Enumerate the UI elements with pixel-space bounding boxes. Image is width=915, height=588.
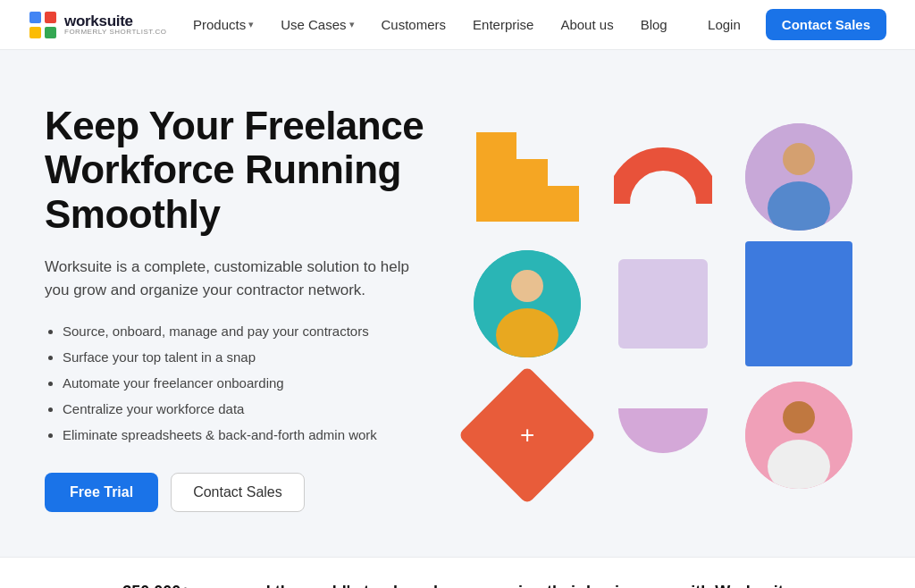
hero-bullets: Source, onboard, manage and pay your con… bbox=[45, 322, 438, 444]
main-nav: Products ▾ Use Cases ▾ Customers Enterpr… bbox=[180, 10, 680, 39]
navbar: worksuite FORMERLY SHORTLIST.CO Products… bbox=[0, 0, 915, 50]
navbar-right: Login Contact Sales bbox=[693, 9, 886, 40]
hero-content: Keep Your Freelance Workforce Running Sm… bbox=[45, 104, 438, 512]
svg-point-8 bbox=[783, 143, 815, 175]
person-avatar-2 bbox=[474, 250, 581, 357]
hero-visuals: + bbox=[465, 119, 870, 498]
bullet-3: Automate your freelancer onboarding bbox=[63, 374, 438, 392]
chevron-down-icon: ▾ bbox=[248, 19, 254, 30]
contact-sales-nav-button[interactable]: Contact Sales bbox=[766, 9, 886, 40]
hero-ctas: Free Trial Contact Sales bbox=[45, 473, 438, 512]
svg-rect-3 bbox=[45, 27, 56, 38]
svg-rect-13 bbox=[618, 259, 708, 349]
shape-blue-rectangle bbox=[745, 241, 852, 366]
nav-item-customers[interactable]: Customers bbox=[369, 10, 459, 39]
hero-section: Keep Your Freelance Workforce Running Sm… bbox=[0, 50, 915, 557]
svg-rect-0 bbox=[29, 12, 41, 23]
shape-diamond-cell: + bbox=[465, 373, 590, 498]
nav-item-use-cases[interactable]: Use Cases ▾ bbox=[268, 10, 366, 39]
bullet-5: Eliminate spreadsheets & back-and-forth … bbox=[63, 425, 438, 444]
person-avatar-1 bbox=[745, 123, 852, 231]
hero-description: Worksuite is a complete, customizable so… bbox=[45, 256, 438, 303]
shape-half-circle-cell bbox=[600, 246, 726, 362]
bottom-band: 350,000+ users and the world's top brand… bbox=[0, 557, 915, 588]
person-circle-2-cell bbox=[465, 246, 590, 362]
brand-formerly: FORMERLY SHORTLIST.CO bbox=[64, 29, 167, 36]
person-circle-1-cell bbox=[736, 119, 861, 235]
svg-point-11 bbox=[511, 270, 543, 302]
bottom-band-text: 350,000+ users and the world's top brand… bbox=[45, 583, 870, 588]
svg-rect-1 bbox=[45, 12, 56, 23]
bullet-1: Source, onboard, manage and pay your con… bbox=[63, 322, 438, 340]
shape-donut-cell bbox=[600, 119, 726, 235]
svg-rect-2 bbox=[29, 27, 41, 38]
brand-name: worksuite bbox=[64, 13, 167, 29]
hero-title: Keep Your Freelance Workforce Running Sm… bbox=[45, 104, 438, 236]
logo[interactable]: worksuite FORMERLY SHORTLIST.CO bbox=[29, 11, 167, 39]
shape-half-circle-bottom-cell bbox=[600, 373, 726, 498]
contact-sales-hero-button[interactable]: Contact Sales bbox=[171, 473, 305, 512]
svg-point-15 bbox=[783, 401, 815, 433]
bullet-2: Surface your top talent in a snap bbox=[63, 348, 438, 366]
plus-icon: + bbox=[520, 423, 534, 448]
svg-rect-6 bbox=[476, 132, 516, 159]
nav-item-products[interactable]: Products ▾ bbox=[180, 10, 266, 39]
chevron-down-icon: ▾ bbox=[349, 19, 355, 30]
bullet-4: Centralize your workforce data bbox=[63, 399, 438, 418]
nav-item-blog[interactable]: Blog bbox=[628, 10, 680, 39]
shape-staircase-cell bbox=[465, 119, 590, 235]
shape-blue-rect-cell bbox=[736, 246, 861, 362]
nav-item-about-us[interactable]: About us bbox=[548, 10, 625, 39]
svg-rect-5 bbox=[476, 159, 548, 186]
svg-rect-4 bbox=[476, 186, 579, 222]
person-avatar-3 bbox=[745, 382, 852, 489]
shape-diamond-orange: + bbox=[458, 365, 597, 505]
login-button[interactable]: Login bbox=[693, 10, 755, 39]
nav-item-enterprise[interactable]: Enterprise bbox=[460, 10, 546, 39]
person-circle-3-cell bbox=[736, 373, 861, 498]
free-trial-button[interactable]: Free Trial bbox=[45, 473, 158, 512]
